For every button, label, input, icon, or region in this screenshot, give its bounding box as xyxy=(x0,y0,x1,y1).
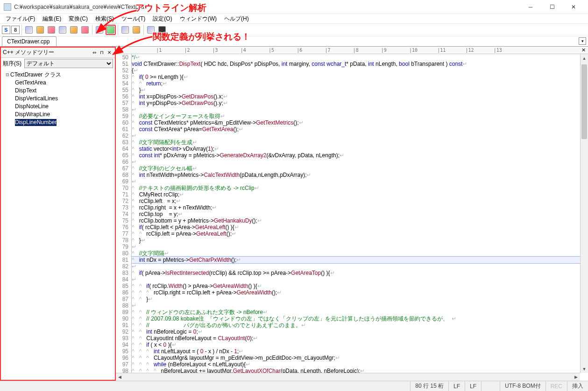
tabstrip: CTextDrawer.cpp ▾ xyxy=(0,36,588,47)
toolbar-separator xyxy=(21,25,22,35)
tb-6[interactable] xyxy=(80,25,90,35)
menu-settings[interactable]: 設定(O) xyxy=(150,14,175,24)
menu-convert[interactable]: 変換(C) xyxy=(66,14,91,24)
scroll-up-icon[interactable]: ▲ xyxy=(581,54,588,62)
menu-help[interactable]: ヘルプ(H) xyxy=(221,14,252,24)
editor-split-close[interactable]: ✕ xyxy=(580,47,587,54)
outline-options-button[interactable]: ⇔ xyxy=(91,49,98,56)
status-eol: LF xyxy=(465,381,481,391)
scroll-left-icon[interactable]: ◀ xyxy=(116,373,124,381)
outline-pane: C++ メソッドツリー ⇔ ⊓ ✕ 順序(S) デフォルト ⊟CTextDraw… xyxy=(0,47,116,381)
tb-11[interactable] xyxy=(146,25,156,35)
outline-order-select[interactable]: デフォルト xyxy=(24,59,113,68)
toolbar-separator xyxy=(143,25,144,35)
tree-root[interactable]: ⊟CTextDrawer クラス xyxy=(2,71,114,79)
status-rec: REC xyxy=(545,381,567,391)
vertical-scrollbar[interactable]: ▲ ▼ xyxy=(580,54,588,373)
status-position: 80 行 15 桁 xyxy=(410,381,448,391)
statusbar: 80 行 15 桁 LF LF UTF-8 BOM付 REC 挿入 xyxy=(0,381,588,391)
tree-item[interactable]: DispVerticalLines xyxy=(2,95,114,103)
outline-order-label: 順序(S) xyxy=(3,60,21,68)
editor-area: ✕ |1 |2 |3 |4 |5 |6 |7 |8 |9 |10 |11 |12… xyxy=(116,47,588,381)
close-button[interactable]: ✕ xyxy=(563,0,584,14)
toolbar-separator xyxy=(118,25,118,35)
menubar: ファイル(F) 編集(E) 変換(C) 検索(S) ツール(T) 設定(O) ウ… xyxy=(0,14,588,23)
tb-10[interactable] xyxy=(131,25,142,35)
menu-search[interactable]: 検索(S) xyxy=(92,14,117,24)
line-number-gutter: 50 51 52 53 54 55 56 57 58 59 60 61 62 6… xyxy=(116,54,132,381)
menu-file[interactable]: ファイル(F) xyxy=(3,14,38,24)
outline-title: C++ メソッドツリー xyxy=(3,49,91,56)
tree-item[interactable]: DispLineNumber xyxy=(2,119,114,126)
status-insert-mode: 挿入 xyxy=(567,381,588,391)
menu-tool[interactable]: ツール(T) xyxy=(119,14,148,24)
menu-edit[interactable]: 編集(E) xyxy=(40,14,64,24)
tab-active[interactable]: CTextDrawer.cpp xyxy=(2,36,57,46)
marker-8-button[interactable]: 8 xyxy=(11,26,20,34)
marker-s-button[interactable]: S xyxy=(2,26,10,34)
tb-1[interactable] xyxy=(24,25,34,35)
tb-4[interactable] xyxy=(57,25,68,35)
titlebar: C:¥workspace¥sakura¥sakura_core¥view¥CTe… xyxy=(0,0,588,14)
tb-12[interactable] xyxy=(157,25,167,35)
window-title: C:¥workspace¥sakura¥sakura_core¥view¥CTe… xyxy=(14,4,520,10)
outline-close-button[interactable]: ✕ xyxy=(106,49,113,56)
ruler: |1 |2 |3 |4 |5 |6 |7 |8 |9 |10 |11 |12 |… xyxy=(116,47,588,54)
status-encoding: UTF-8 BOM付 xyxy=(500,381,545,391)
app-icon xyxy=(4,3,11,11)
scroll-thumb[interactable] xyxy=(581,64,587,139)
code-content[interactable]: */↵void CTextDrawer::DispText( HDC hdc, … xyxy=(132,54,588,381)
scroll-right-icon[interactable]: ▶ xyxy=(572,373,580,381)
tb-2[interactable] xyxy=(35,25,45,35)
maximize-button[interactable]: ☐ xyxy=(541,0,563,14)
toolbar-separator xyxy=(92,25,92,35)
tb-3[interactable] xyxy=(46,25,57,35)
tree-item[interactable]: DispNoteLine xyxy=(2,103,114,111)
tb-9[interactable] xyxy=(120,25,130,35)
tree-item[interactable]: GetTextArea xyxy=(2,79,114,87)
status-sel: LF xyxy=(448,381,465,391)
outline-analyze-button[interactable] xyxy=(106,25,116,35)
tree-item[interactable]: DispWrapLine xyxy=(2,111,114,119)
toolbar: S 8 xyxy=(0,23,588,36)
tb-5[interactable] xyxy=(69,25,79,35)
tab-list-button[interactable]: ▾ xyxy=(579,37,586,45)
tb-7[interactable] xyxy=(94,25,105,35)
outline-pin-button[interactable]: ⊓ xyxy=(98,49,106,56)
menu-window[interactable]: ウィンドウ(W) xyxy=(177,14,220,24)
outline-tree[interactable]: ⊟CTextDrawer クラス GetTextAreaDispTextDisp… xyxy=(1,69,115,380)
minimize-button[interactable]: ─ xyxy=(520,0,541,14)
tree-item[interactable]: DispText xyxy=(2,87,114,95)
scroll-down-icon[interactable]: ▼ xyxy=(581,365,588,373)
horizontal-scrollbar[interactable]: ◀ ▶ xyxy=(116,373,580,381)
